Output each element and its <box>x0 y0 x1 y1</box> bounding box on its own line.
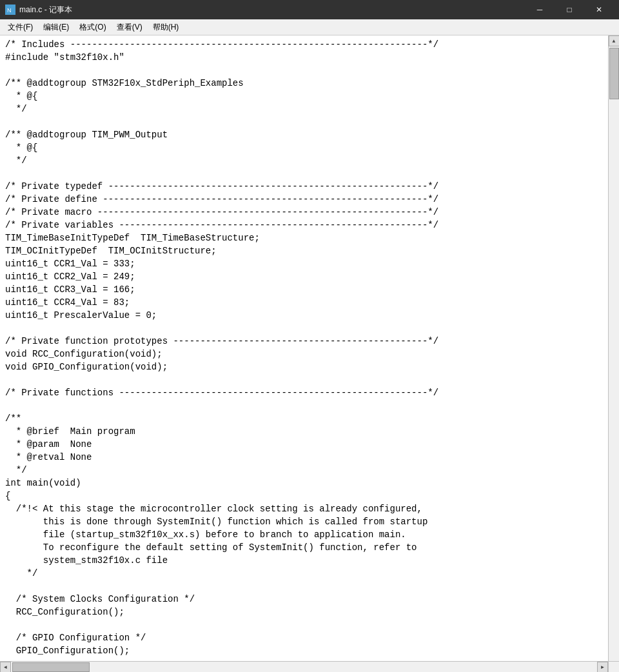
scroll-track-v[interactable] <box>609 46 619 661</box>
menu-edit[interactable]: 编辑(E) <box>38 19 74 35</box>
minimize-button[interactable]: ─ <box>525 0 555 19</box>
scroll-left-arrow[interactable]: ◄ <box>0 662 11 673</box>
svg-text:N: N <box>7 7 12 14</box>
scroll-right-arrow[interactable]: ► <box>597 662 608 673</box>
window-title: main.c - 记事本 <box>19 5 72 15</box>
editor-container: /* Includes ----------------------------… <box>0 35 619 672</box>
title-bar: N main.c - 记事本 ─ □ ✕ <box>0 0 619 19</box>
maximize-button[interactable]: □ <box>555 0 584 19</box>
menu-file[interactable]: 文件(F) <box>3 19 38 35</box>
scroll-thumb-v[interactable] <box>609 48 619 99</box>
vertical-scrollbar[interactable]: ▲ ▼ <box>608 35 619 672</box>
menu-view[interactable]: 查看(V) <box>112 19 148 35</box>
scroll-track-h[interactable] <box>11 662 597 672</box>
editor-content[interactable]: /* Includes ----------------------------… <box>0 35 608 672</box>
code-display: /* Includes ----------------------------… <box>5 38 608 657</box>
scrollbar-corner <box>608 661 619 672</box>
app-icon: N <box>5 5 15 15</box>
menu-format[interactable]: 格式(O) <box>74 19 111 35</box>
scroll-up-arrow[interactable]: ▲ <box>609 35 620 46</box>
menu-help[interactable]: 帮助(H) <box>148 19 184 35</box>
menu-bar: 文件(F) 编辑(E) 格式(O) 查看(V) 帮助(H) <box>0 19 619 35</box>
close-button[interactable]: ✕ <box>584 0 614 19</box>
scroll-thumb-h[interactable] <box>12 662 90 672</box>
window-controls: ─ □ ✕ <box>525 0 614 19</box>
title-bar-left: N main.c - 记事本 <box>5 5 72 15</box>
horizontal-scrollbar[interactable]: ◄ ► <box>0 661 608 672</box>
